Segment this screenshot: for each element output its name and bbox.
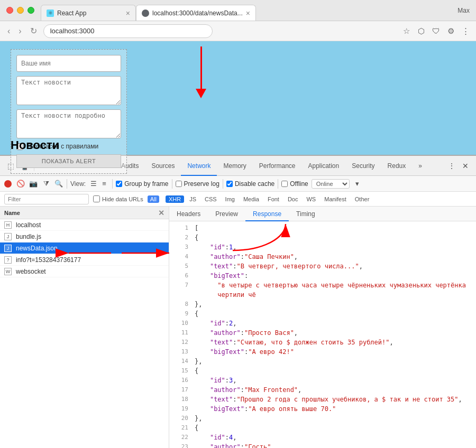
maximize-button[interactable] [28,7,34,14]
tab2-close[interactable]: × [246,9,250,17]
json-line: 14 }, [169,357,476,366]
json-line: 7 "в четыре с четвертью часа четыре чёрн… [169,281,476,300]
network-throttle-chevron[interactable]: ▾ [353,179,362,189]
bundle-name: bundle.js [16,233,41,240]
detail-tab-headers[interactable]: Headers [169,207,208,221]
browser-menu-icon[interactable]: ⋮ [460,26,471,36]
net-item-info[interactable]: ? info?t=1532843736177 [0,254,169,266]
json-line: 21 { [169,423,476,433]
json-line: 6 "bigText": [169,271,476,281]
tab-security[interactable]: Security [345,156,381,176]
net-item-newsdata[interactable]: J newsData.json [0,242,169,254]
bookmark-icon[interactable]: ☆ [401,26,411,36]
preserve-log-text: Preserve log [184,180,219,188]
close-button[interactable] [6,7,13,14]
network-throttle-select[interactable]: Online Fast 3G Slow 3G Offline [312,179,350,189]
devtools-options-icon[interactable]: ⋮ [445,160,458,172]
minimize-button[interactable] [17,7,24,14]
net-item-websocket[interactable]: W websocket [0,266,169,277]
localhost-file-icon: H [4,221,12,229]
detail-tabs: Headers Preview Response Timing [169,207,476,221]
detail-tab-response[interactable]: Response [245,207,289,221]
browser-ext2-icon[interactable]: 🛡 [431,26,441,36]
group-by-frame-checkbox[interactable] [116,181,122,187]
camera-button[interactable]: 📷 [29,179,38,189]
show-alert-button[interactable]: ПОКАЗАТЬ ALERT [16,154,121,168]
view-list-icon[interactable]: ☰ [89,179,98,189]
clear-button[interactable]: 🚫 [16,179,25,189]
disable-cache-text: Disable cache [235,180,274,188]
browser-ext3-icon[interactable]: ⚙ [445,26,456,36]
filter-tag-media[interactable]: Media [240,195,262,203]
network-favicon [142,10,149,17]
tab-more[interactable]: » [412,156,428,176]
tab1-close[interactable]: × [126,9,130,17]
disable-cache-checkbox[interactable] [226,181,233,187]
filter-tag-xhr[interactable]: XHR [166,195,184,203]
back-button[interactable]: ‹ [5,25,12,37]
filter-tag-font[interactable]: Font [264,195,282,203]
app-area: Я согласен с правилами ПОКАЗАТЬ ALERT Но… [0,41,476,155]
bundle-file-icon: J [4,233,12,240]
traffic-lights [6,7,34,14]
record-icon [4,180,12,188]
tab-network[interactable]: Network [181,156,217,176]
forward-button[interactable]: › [16,25,23,37]
tab-memory[interactable]: Memory [217,156,252,176]
text-input[interactable] [16,76,121,105]
close-detail-button[interactable]: ✕ [158,209,164,217]
reload-button[interactable]: ↻ [28,25,39,37]
tab2-label: localhost:3000/data/newsData... [152,10,243,17]
browser-tab-react[interactable]: ⚛ React App × [41,5,136,21]
browser-tab-network[interactable]: localhost:3000/data/newsData... × [136,5,256,21]
detail-tab-timing[interactable]: Timing [289,207,323,221]
offline-text: Offline [290,180,308,188]
json-line: 17 "author": "Max Frontend", [169,385,476,395]
json-line: 16 "id": 3, [169,376,476,385]
tab-redux[interactable]: Redux [381,156,413,176]
name-input[interactable] [16,55,121,72]
tab-performance[interactable]: Performance [253,156,302,176]
offline-checkbox[interactable] [281,181,288,187]
news-title: Новости [11,138,59,152]
net-item-localhost[interactable]: H localhost [0,219,169,231]
json-line: 11 "author": "Просто Вася", [169,328,476,338]
filter-input[interactable] [4,194,89,204]
view-compact-icon[interactable]: ≡ [99,179,109,189]
filter-tag-img[interactable]: Img [222,195,238,203]
filter-tag-js[interactable]: JS [186,195,199,203]
tab-application[interactable]: Application [302,156,346,176]
arrow-down [196,46,206,98]
hide-data-urls-checkbox[interactable] [93,195,100,202]
hide-data-urls-label[interactable]: Hide data URLs [93,195,143,202]
disable-cache-label[interactable]: Disable cache [226,180,274,188]
search-button[interactable]: 🔍 [54,179,63,189]
devtools-close-icon[interactable]: ✕ [459,160,472,172]
json-line: 3 "id": 1, [169,242,476,252]
browser-ext1-icon[interactable]: ⬡ [416,26,426,36]
detail-input[interactable] [16,109,121,138]
devtools-right-icons: ⋮ ✕ [445,160,472,172]
browser-tabs: ⚛ React App × localhost:3000/data/newsDa… [41,0,457,21]
filter-tag-ws[interactable]: WS [303,195,319,203]
all-filter-tag[interactable]: All [148,195,159,203]
devtools: ⬚ 📱 Elements Console Audits Sources Netw… [0,155,476,448]
net-item-bundle[interactable]: J bundle.js [0,231,169,242]
preserve-log-label[interactable]: Preserve log [176,180,219,188]
offline-label[interactable]: Offline [281,180,308,188]
filter-tag-css[interactable]: CSS [202,195,220,203]
group-by-frame-label[interactable]: Group by frame [116,180,168,188]
preserve-log-checkbox[interactable] [176,181,182,187]
toolbar-sep1 [67,179,67,189]
filter-tag-manifest[interactable]: Manifest [321,195,350,203]
address-input[interactable] [43,24,213,38]
tab-sources[interactable]: Sources [145,156,181,176]
detail-tab-preview[interactable]: Preview [208,207,245,221]
filter-button[interactable]: ⧩ [41,179,51,189]
json-response-viewer: 1[ 2 { 3 "id": 1, 4 "author": "Саша Печк… [169,221,476,448]
filter-tag-other[interactable]: Other [352,195,373,203]
record-button[interactable] [3,179,13,189]
name-column-header: Name [4,210,20,216]
filter-tag-doc[interactable]: Doc [285,195,301,203]
main-content: Я согласен с правилами ПОКАЗАТЬ ALERT Но… [0,41,476,448]
